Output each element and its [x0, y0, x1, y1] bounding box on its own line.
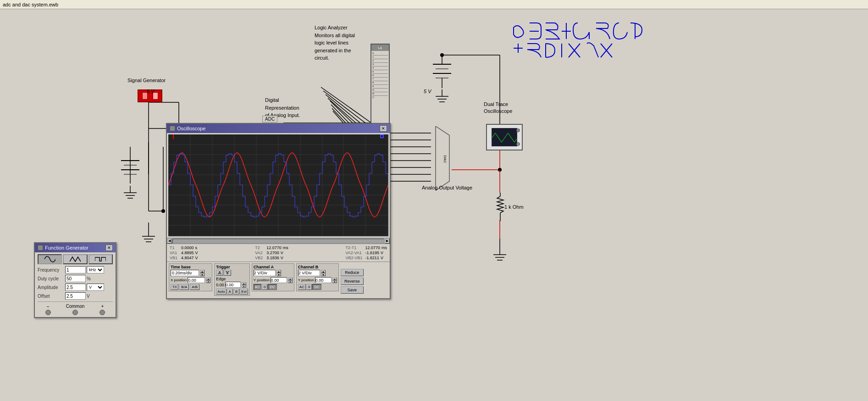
amplitude-input[interactable]: [65, 284, 86, 291]
logic-analyzer-annotation: Logic Analyzer Monitors all digital logi…: [315, 24, 355, 62]
ac-a-button[interactable]: AC: [254, 284, 261, 290]
va2-label: VA2: [255, 251, 265, 255]
vb1-unit: V: [195, 256, 198, 260]
t1-val: 0.0000: [181, 245, 194, 250]
channel-b-group: Channel B ▲ ▼ Y position ▲ ▼: [296, 263, 339, 291]
sine-wave-button[interactable]: [38, 254, 62, 264]
chan-a-vdiv-up[interactable]: ▲: [276, 270, 281, 273]
va2-unit: V: [281, 251, 283, 255]
duty-cycle-unit: %: [87, 276, 94, 281]
xpos-down[interactable]: ▼: [206, 280, 210, 283]
channel-a-group: Channel A ▲ ▼ Y position ▲ ▼: [252, 263, 294, 291]
ypos-b-input[interactable]: [315, 277, 332, 283]
frequency-unit-select[interactable]: kHz Hz MHz: [87, 266, 104, 273]
level-label: 0.00: [216, 283, 224, 287]
edge-label: Edge: [216, 277, 226, 281]
osc-title-icon: [170, 126, 175, 131]
t2t1-label: T2-T1: [345, 245, 364, 250]
scroll-left-arrow[interactable]: ◀: [167, 239, 172, 244]
chan-b-vdiv-up[interactable]: ▲: [321, 270, 326, 273]
osc-controls: Time base ▲ ▼ X position ▲: [167, 262, 390, 298]
ypos-b-down[interactable]: ▼: [332, 280, 337, 283]
dc-b-button[interactable]: DC: [312, 284, 321, 290]
t2-unit: ms: [283, 245, 288, 250]
common-label: Common: [66, 304, 85, 309]
time-base-up[interactable]: ▲: [200, 270, 205, 273]
svg-point-63: [161, 209, 165, 213]
chan-a-vdiv-input[interactable]: [254, 270, 276, 276]
volt-label-right: 5 V: [424, 89, 431, 94]
zero-a-button[interactable]: 0: [262, 284, 267, 290]
scroll-track[interactable]: [172, 239, 384, 244]
minus-terminal-label: –: [47, 304, 50, 309]
time-base-down[interactable]: ▼: [200, 273, 205, 276]
chan-b-vdiv-input[interactable]: [298, 270, 320, 276]
plus-terminal: [100, 310, 105, 315]
resistor-label: 1 k Ohm: [504, 204, 524, 211]
t2-val: 12.0770: [266, 245, 282, 250]
osc-screen: [168, 134, 388, 236]
ext-button[interactable]: Ext: [240, 289, 248, 295]
amplitude-unit-select[interactable]: V mV: [87, 284, 104, 291]
ypos-a-input[interactable]: [271, 277, 287, 283]
offset-label: Offset: [38, 294, 65, 299]
square-wave-button[interactable]: [88, 254, 113, 264]
ypos-a-label: Y position: [254, 278, 270, 282]
ypos-a-down[interactable]: ▼: [288, 280, 293, 283]
dc-a-button[interactable]: DC: [268, 284, 277, 290]
funcgen-title-bar[interactable]: Function Generator ✕: [35, 243, 116, 252]
frequency-input[interactable]: [65, 266, 86, 273]
auto-button[interactable]: Auto: [216, 289, 226, 295]
level-down[interactable]: ▼: [242, 285, 246, 288]
save-button[interactable]: Save: [341, 286, 364, 294]
osc-title-text: Oscilloscope: [177, 126, 205, 131]
time-base-group: Time base ▲ ▼ X position ▲: [169, 263, 212, 291]
ti-button[interactable]: T/I: [171, 284, 178, 290]
frequency-label: Frequency: [38, 267, 65, 273]
va1-val: 4.8895: [181, 251, 194, 255]
chan-a-vdiv-down[interactable]: ▼: [276, 273, 281, 276]
svg-point-38: [440, 53, 444, 57]
ab-button[interactable]: A/B: [190, 284, 199, 290]
dual-trace-label: Dual Trace Oscilloscope: [484, 101, 512, 115]
zero-b-button[interactable]: 0: [306, 284, 312, 290]
oscilloscope-component: [486, 124, 523, 150]
channel-b-label: Channel B: [298, 265, 337, 269]
common-terminal: [72, 310, 78, 315]
va2va1-val: -1.6195: [365, 251, 379, 255]
chan-b-vdiv-down[interactable]: ▼: [321, 273, 326, 276]
meas-col3: T2-T1 12.0770 ms VA2-VA1 -1.6195 V VB2-V…: [345, 245, 387, 260]
triangle-wave-button[interactable]: [63, 254, 87, 264]
trig-btn2[interactable]: [224, 270, 231, 276]
ba-button[interactable]: B/A: [179, 284, 189, 290]
time-base-input[interactable]: [171, 270, 199, 276]
osc-close-button[interactable]: ✕: [380, 125, 387, 132]
reduce-button[interactable]: Reduce: [341, 269, 364, 276]
offset-row: Offset V: [38, 292, 113, 300]
b-trigger-button[interactable]: B: [233, 289, 239, 295]
svg-text:DAC: DAC: [443, 156, 447, 163]
analog-output-label: Analog Output Voltage: [422, 184, 472, 191]
level-input[interactable]: [225, 282, 241, 288]
duty-cycle-row: Duty cycle %: [38, 275, 113, 282]
meas-col2: T2 12.0770 ms VA2 3.2700 V VB2 3.1836 V: [255, 245, 288, 260]
offset-input[interactable]: [65, 292, 86, 300]
osc-title-bar[interactable]: Oscilloscope ✕: [167, 124, 390, 133]
scroll-right-arrow[interactable]: ▶: [385, 239, 390, 244]
trig-btn1[interactable]: [216, 270, 223, 276]
osc-scrollbar[interactable]: ◀ ▶: [167, 238, 390, 244]
action-buttons: Reduce Reverse Save: [341, 263, 364, 294]
title-text: adc and dac system.ewb: [3, 2, 58, 7]
adc-label: ADC: [262, 116, 277, 123]
a-trigger-button[interactable]: A: [227, 289, 233, 295]
duty-cycle-input[interactable]: [65, 275, 86, 282]
duty-cycle-label: Duty cycle: [38, 276, 65, 281]
xpos-input[interactable]: [188, 277, 205, 283]
funcgen-close-button[interactable]: ✕: [105, 245, 113, 251]
funcgen-title-text: Function Generator: [45, 245, 88, 251]
reverse-button[interactable]: Reverse: [341, 278, 364, 285]
title-bar: adc and dac system.ewb: [0, 0, 868, 9]
ac-b-button[interactable]: AC: [298, 284, 306, 290]
vb1-val: 4.8047: [181, 256, 194, 260]
oscilloscope-window: Oscilloscope ✕: [166, 123, 391, 299]
